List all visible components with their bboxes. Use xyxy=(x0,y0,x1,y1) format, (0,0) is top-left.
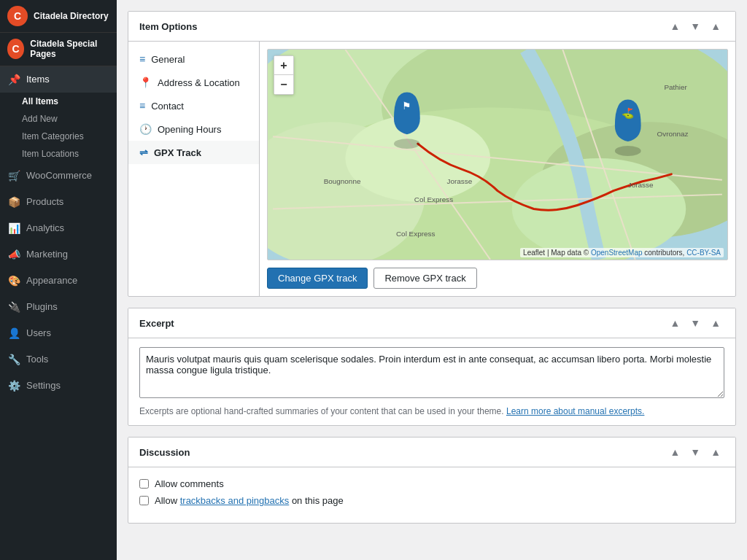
woocommerce-label: WooCommerce xyxy=(26,170,92,181)
tab-contact[interactable]: ≡ Contact xyxy=(128,94,259,117)
excerpt-controls: ▲ ▼ ▲ xyxy=(666,316,724,330)
allow-comments-row: Allow comments xyxy=(139,478,724,489)
item-options-header: Item Options ▲ ▼ ▲ xyxy=(128,12,735,42)
excerpt-toggle[interactable]: ▲ xyxy=(707,316,724,330)
allow-trackbacks-label[interactable]: Allow trackbacks and pingbacks on this p… xyxy=(155,495,344,506)
sidebar-item-items[interactable]: 📌 Items xyxy=(0,66,117,93)
svg-text:Ovronnaz: Ovronnaz xyxy=(657,130,688,138)
sidebar-logo-citadela-directory[interactable]: C Citadela Directory xyxy=(0,0,117,33)
address-tab-icon: 📍 xyxy=(139,77,152,88)
allow-trackbacks-checkbox[interactable] xyxy=(139,496,149,505)
items-icon: 📌 xyxy=(7,73,20,86)
woocommerce-icon: 🛒 xyxy=(7,169,20,182)
svg-point-14 xyxy=(615,146,641,156)
map-container[interactable]: + − xyxy=(267,49,728,260)
general-tab-icon: ≡ xyxy=(139,53,145,65)
sidebar-item-settings[interactable]: ⚙️ Settings xyxy=(0,373,117,399)
sidebar-item-appearance[interactable]: 🎨 Appearance xyxy=(0,268,117,294)
discussion-controls: ▲ ▼ ▲ xyxy=(666,445,724,459)
excerpt-collapse-up[interactable]: ▲ xyxy=(666,316,684,330)
discussion-body: Allow comments Allow trackbacks and ping… xyxy=(128,467,735,523)
opening-hours-tab-icon: 🕐 xyxy=(139,123,152,135)
sidebar-item-marketing[interactable]: 📣 Marketing xyxy=(0,241,117,268)
sidebar-item-analytics[interactable]: 📊 Analytics xyxy=(0,215,117,241)
tab-general[interactable]: ≡ General xyxy=(128,47,259,71)
excerpt-body: Mauris volutpat mauris quis quam sceleri… xyxy=(128,338,735,425)
openstreetmap-link[interactable]: OpenStreetMap xyxy=(591,249,643,257)
marketing-icon: 📣 xyxy=(7,248,20,261)
discussion-collapse-down[interactable]: ▼ xyxy=(686,445,704,459)
sidebar-sub-item-categories[interactable]: Item Categories xyxy=(22,128,117,145)
map-zoom-controls: + − xyxy=(274,55,294,95)
excerpt-hint-text: Excerpts are optional hand-crafted summa… xyxy=(139,406,504,416)
end-pin: ⛳ xyxy=(615,100,641,156)
discussion-toggle[interactable]: ▲ xyxy=(707,445,724,459)
tools-label: Tools xyxy=(26,354,48,365)
plugins-icon: 🔌 xyxy=(7,300,20,314)
item-options-controls: ▲ ▼ ▲ xyxy=(666,19,724,34)
tab-contact-label: Contact xyxy=(151,101,184,112)
map-svg: ⚑ ⛳ Bougnonne Col Express Col Express Jo… xyxy=(268,50,727,260)
item-options-toggle[interactable]: ▲ xyxy=(707,19,724,34)
plugins-label: Plugins xyxy=(26,301,58,312)
main-content: Item Options ▲ ▼ ▲ ≡ General 📍 Address &… xyxy=(117,0,747,560)
sidebar-item-tools[interactable]: 🔧 Tools xyxy=(0,346,117,373)
discussion-collapse-up[interactable]: ▲ xyxy=(666,445,684,459)
sidebar-sub-item-locations[interactable]: Item Locations xyxy=(22,145,117,163)
svg-point-12 xyxy=(394,139,420,149)
svg-text:Col Express: Col Express xyxy=(396,230,436,238)
citadela-directory-label: Citadela Directory xyxy=(34,11,109,21)
trackbacks-link[interactable]: trackbacks and pingbacks xyxy=(180,495,290,506)
tab-gpx-track-label: GPX Track xyxy=(154,147,201,158)
tab-gpx-track[interactable]: ⇌ GPX Track xyxy=(128,141,259,164)
excerpt-collapse-down[interactable]: ▼ xyxy=(686,316,704,330)
svg-text:Jorasse: Jorasse xyxy=(628,181,654,189)
citadela-special-pages-label: Citadela Special Pages xyxy=(30,39,109,60)
settings-icon: ⚙️ xyxy=(7,379,20,392)
excerpt-header: Excerpt ▲ ▼ ▲ xyxy=(128,308,735,338)
svg-text:Pathier: Pathier xyxy=(664,83,687,91)
map-attribution: Leaflet | Map data © OpenStreetMap contr… xyxy=(520,248,724,257)
sidebar-item-users[interactable]: 👤 Users xyxy=(0,320,117,346)
discussion-panel: Discussion ▲ ▼ ▲ Allow comments Allow tr… xyxy=(128,437,736,524)
sidebar-item-items-label: Items xyxy=(26,74,50,85)
excerpt-learn-more-link[interactable]: Learn more about manual excerpts. xyxy=(506,406,644,416)
item-locations-label: Item Locations xyxy=(22,149,79,159)
users-icon: 👤 xyxy=(7,327,20,340)
analytics-icon: 📊 xyxy=(7,222,20,235)
products-icon: 📦 xyxy=(7,195,20,209)
ccbysa-link[interactable]: CC-BY-SA xyxy=(686,249,721,257)
tab-address-location[interactable]: 📍 Address & Location xyxy=(128,71,259,94)
map-zoom-out[interactable]: − xyxy=(274,75,293,94)
item-options-collapse-up[interactable]: ▲ xyxy=(666,19,684,34)
appearance-label: Appearance xyxy=(26,275,77,286)
sidebar-logo-citadela-special-pages[interactable]: C Citadela Special Pages xyxy=(0,33,117,66)
analytics-label: Analytics xyxy=(26,222,64,233)
sidebar-item-products[interactable]: 📦 Products xyxy=(0,189,117,215)
svg-text:⚑: ⚑ xyxy=(402,100,411,112)
item-options-collapse-down[interactable]: ▼ xyxy=(686,19,704,34)
tab-general-label: General xyxy=(151,54,185,65)
allow-trackbacks-row: Allow trackbacks and pingbacks on this p… xyxy=(139,495,724,506)
svg-text:Jorasse: Jorasse xyxy=(446,177,472,185)
allow-comments-checkbox[interactable] xyxy=(139,479,149,489)
settings-label: Settings xyxy=(26,380,61,391)
svg-text:Col Express: Col Express xyxy=(414,195,454,203)
item-options-body: ≡ General 📍 Address & Location ≡ Contact… xyxy=(128,42,735,296)
item-categories-label: Item Categories xyxy=(22,131,84,141)
sidebar-sub-add-new[interactable]: Add New xyxy=(22,110,117,128)
map-zoom-in[interactable]: + xyxy=(274,56,293,75)
tools-icon: 🔧 xyxy=(7,353,20,366)
users-label: Users xyxy=(26,327,51,338)
change-gpx-track-button[interactable]: Change GPX track xyxy=(267,268,368,289)
excerpt-textarea[interactable]: Mauris volutpat mauris quis quam sceleri… xyxy=(139,347,724,398)
citadela-special-pages-icon: C xyxy=(7,39,24,59)
tab-opening-hours[interactable]: 🕐 Opening Hours xyxy=(128,117,259,141)
contact-tab-icon: ≡ xyxy=(139,100,145,112)
svg-text:⛳: ⛳ xyxy=(622,107,635,120)
sidebar-sub-all-items[interactable]: All Items xyxy=(22,93,117,110)
allow-comments-label[interactable]: Allow comments xyxy=(155,478,224,489)
sidebar-item-plugins[interactable]: 🔌 Plugins xyxy=(0,294,117,320)
remove-gpx-track-button[interactable]: Remove GPX track xyxy=(374,268,476,289)
sidebar-item-woocommerce[interactable]: 🛒 WooCommerce xyxy=(0,163,117,189)
